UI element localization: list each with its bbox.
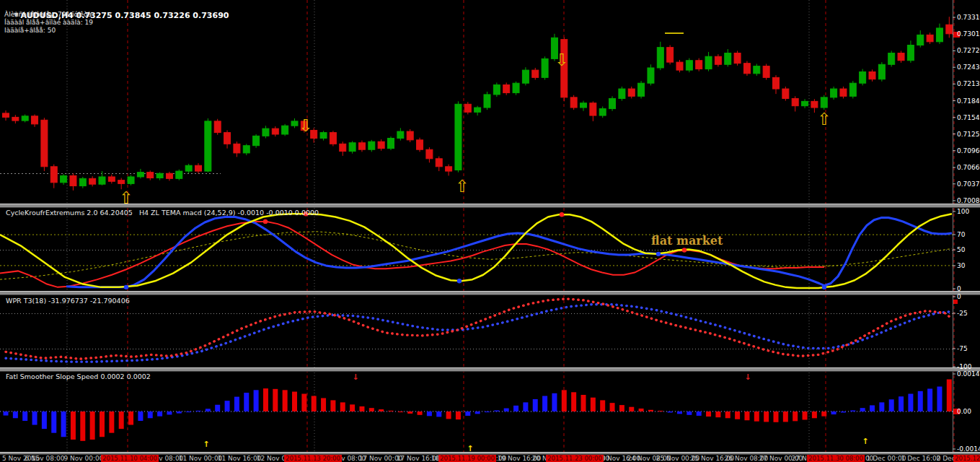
histogram-bar bbox=[947, 379, 952, 411]
candle-body bbox=[195, 165, 202, 171]
histogram-bar bbox=[812, 411, 817, 418]
candle-body bbox=[320, 133, 327, 139]
scale-label: 100 bbox=[957, 208, 969, 215]
candle-body bbox=[446, 167, 452, 171]
histogram-bar bbox=[725, 411, 730, 418]
mt4-chart-window[interactable]: ⇧⇩⇧⇩⇧↑↑↑↓↓ ▼AUDUSD,H4 0.73275 0.73845 0.… bbox=[0, 0, 980, 462]
histogram-bar bbox=[937, 386, 942, 411]
panel3-indicator-label: Fatl Smoother Slope Speed 0.0002 0.0002 bbox=[6, 372, 151, 380]
histogram-bar bbox=[61, 411, 66, 437]
scale-label: 0.0014 bbox=[957, 370, 980, 378]
histogram-bar bbox=[687, 411, 692, 415]
histogram-bar bbox=[51, 411, 56, 433]
candle-body bbox=[513, 83, 519, 92]
indicator-info-line: Íàäàâl ålåå+âïîàé ààälà: 19 bbox=[4, 19, 93, 26]
scale-label: 0 bbox=[957, 285, 961, 292]
histogram-bar bbox=[196, 411, 201, 411]
histogram-bar bbox=[591, 398, 596, 411]
candle-body bbox=[917, 35, 924, 45]
histogram-bar bbox=[774, 411, 779, 422]
scale-label: 0.72430 bbox=[957, 64, 980, 71]
histogram-bar bbox=[301, 394, 306, 411]
vline-date-badge[interactable]: 2015.11.13 20:00 bbox=[284, 455, 342, 462]
panel-separator[interactable] bbox=[0, 204, 980, 208]
candle-body bbox=[581, 103, 587, 108]
histogram-bar bbox=[80, 411, 85, 441]
candle-body bbox=[503, 85, 510, 93]
vline-date-badge[interactable]: 2015.11.19 00:00 bbox=[438, 455, 496, 462]
candle-body bbox=[869, 71, 875, 79]
extremum-blue-dot bbox=[656, 252, 661, 256]
time-axis-label: 11 Nov 00:00 bbox=[179, 455, 223, 462]
candle-body bbox=[802, 101, 808, 105]
histogram-bar bbox=[494, 411, 499, 411]
small-down-arrow-icon[interactable]: ↓ bbox=[352, 372, 358, 382]
candle-body bbox=[12, 117, 19, 121]
up-arrow-icon[interactable]: ⇧ bbox=[817, 110, 831, 128]
histogram-bar bbox=[263, 388, 268, 411]
vline-date-badge[interactable]: 2015.12.03 00:00 bbox=[953, 455, 980, 462]
candle-body bbox=[532, 70, 539, 77]
histogram-bar bbox=[100, 411, 105, 437]
histogram-bar bbox=[860, 408, 865, 411]
indicator-info-line: Àlèàñà ìåíòàlåy: 791 ïóíêòà bbox=[4, 11, 92, 18]
histogram-bar bbox=[677, 411, 682, 414]
panel-separator[interactable] bbox=[0, 291, 980, 295]
candle-body bbox=[734, 53, 741, 64]
histogram-bar bbox=[389, 411, 394, 411]
histogram-bar bbox=[177, 411, 182, 414]
histogram-bar bbox=[764, 411, 769, 422]
histogram-bar bbox=[22, 411, 27, 421]
histogram-bar bbox=[109, 411, 114, 433]
scale-label: 0.70080 bbox=[957, 197, 980, 204]
candle-body bbox=[860, 71, 866, 83]
small-up-arrow-icon[interactable]: ↑ bbox=[203, 440, 209, 449]
time-axis-label: 6 Nov 08:00 bbox=[25, 455, 65, 462]
candle-body bbox=[108, 177, 115, 181]
histogram-bar bbox=[283, 390, 288, 411]
extremum-blue-dot bbox=[124, 285, 128, 289]
candle-body bbox=[696, 61, 702, 69]
candle-body bbox=[907, 45, 914, 61]
flat-market-annotation[interactable]: flat market bbox=[651, 234, 723, 248]
histogram-bar bbox=[4, 411, 9, 416]
candle-body bbox=[378, 141, 384, 148]
up-arrow-icon[interactable]: ⇧ bbox=[455, 177, 469, 196]
vline-date-badge[interactable]: 2015.11.10 04:00 bbox=[101, 455, 159, 462]
candle-body bbox=[792, 98, 798, 105]
scale-label: 30 bbox=[957, 262, 965, 269]
histogram-bar bbox=[735, 411, 740, 419]
scale-label: 0.70960 bbox=[957, 147, 980, 154]
candle-body bbox=[773, 77, 780, 89]
candle-body bbox=[99, 177, 105, 184]
histogram-bar bbox=[744, 411, 749, 420]
down-arrow-icon[interactable]: ⇩ bbox=[555, 51, 568, 69]
candle-body bbox=[705, 56, 712, 69]
histogram-bar bbox=[13, 411, 18, 418]
scale-label: 0.73310 bbox=[957, 14, 980, 21]
candle-body bbox=[340, 144, 346, 151]
candle-body bbox=[927, 35, 933, 41]
histogram-bar bbox=[562, 390, 567, 411]
panel-separator[interactable] bbox=[0, 367, 980, 372]
histogram-bar bbox=[273, 389, 278, 411]
histogram-bar bbox=[571, 392, 576, 411]
scale-label: 70 bbox=[957, 231, 965, 238]
time-axis-label: 1 Dec 00:00 bbox=[867, 455, 906, 462]
histogram-bar bbox=[138, 411, 143, 421]
small-up-arrow-icon[interactable]: ↑ bbox=[862, 437, 868, 446]
candle-body bbox=[156, 173, 163, 178]
scale-label: 0.00 bbox=[957, 408, 971, 415]
histogram-bar bbox=[418, 411, 423, 415]
histogram-bar bbox=[715, 411, 720, 417]
small-down-arrow-icon[interactable]: ↓ bbox=[744, 372, 751, 382]
indicator-info-line: Iàäàíå+âlåå: 50 bbox=[4, 27, 56, 34]
vline-date-badge[interactable]: 2015.11.23 00:00 bbox=[546, 455, 604, 462]
chart-canvas[interactable]: ⇧⇩⇧⇩⇧↑↑↑↓↓ bbox=[0, 0, 980, 462]
candle-body bbox=[619, 89, 625, 98]
histogram-bar bbox=[225, 401, 230, 411]
vline-date-badge[interactable]: 2015.11.30 08:00 bbox=[807, 455, 865, 462]
down-arrow-icon[interactable]: ⇩ bbox=[299, 116, 312, 135]
candle-body bbox=[388, 138, 394, 148]
candle-body bbox=[888, 53, 895, 65]
